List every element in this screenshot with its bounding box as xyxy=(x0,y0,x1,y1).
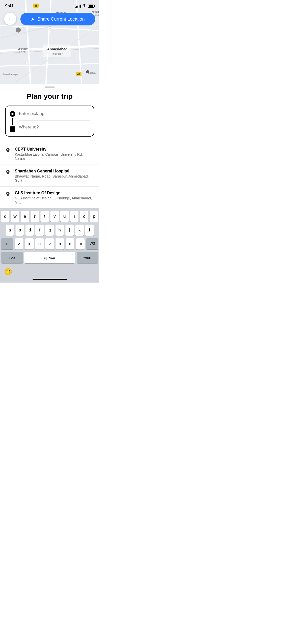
suggestion-text: Shardaben General Hospital Bhagwati Naga… xyxy=(15,169,94,182)
key-d[interactable]: d xyxy=(25,225,34,236)
key-e[interactable]: e xyxy=(21,211,29,222)
suggestion-list: CEPT University Kasturbhai Lalbhai Campu… xyxy=(0,143,99,208)
shift-key[interactable]: ⇧ xyxy=(1,238,13,250)
suggestion-addr: GLS Institute of Design, Ellisbridge, Ah… xyxy=(15,196,94,204)
status-time: 9:41 xyxy=(5,4,14,9)
key-i[interactable]: i xyxy=(70,211,79,222)
pin-icon xyxy=(5,191,11,197)
key-v[interactable]: v xyxy=(45,238,54,250)
bottom-bar: 🙂 xyxy=(0,267,99,283)
key-t[interactable]: t xyxy=(40,211,49,222)
suggestion-addr: Kasturbhai Lalbhai Campus, University Rd… xyxy=(15,152,94,160)
suggestion-name: GLS Institute Of Design xyxy=(15,191,94,195)
status-bar: 9:41 xyxy=(0,0,99,10)
pickup-input[interactable] xyxy=(19,110,90,120)
svg-text:Surendranagar: Surendranagar xyxy=(3,73,18,76)
key-p[interactable]: p xyxy=(90,211,98,222)
destination-square-icon xyxy=(10,126,15,132)
drag-handle xyxy=(45,86,55,88)
keyboard-row-2: a s d f g h j k l xyxy=(1,225,98,236)
key-y[interactable]: y xyxy=(50,211,59,222)
key-q[interactable]: q xyxy=(1,211,9,222)
key-o[interactable]: o xyxy=(80,211,88,222)
status-icons xyxy=(75,4,94,8)
key-m[interactable]: m xyxy=(76,238,85,250)
share-button-label: Share Current Location xyxy=(37,17,85,22)
suggestion-text: CEPT University Kasturbhai Lalbhai Campu… xyxy=(15,147,94,160)
plan-title: Plan your trip xyxy=(5,92,94,100)
map-area: 9:41 xyxy=(0,0,99,84)
pickup-dot-icon xyxy=(10,111,15,117)
suggestion-item[interactable]: Shardaben General Hospital Bhagwati Naga… xyxy=(0,165,99,187)
suggestion-addr: Bhagwati Nagar, Road, Saraspur, Ahmedaba… xyxy=(15,174,94,182)
suggestion-name: CEPT University xyxy=(15,147,94,152)
svg-point-29 xyxy=(86,70,89,73)
key-n[interactable]: n xyxy=(66,238,74,250)
suggestion-item[interactable]: GLS Institute Of Design GLS Institute of… xyxy=(0,187,99,208)
pin-icon xyxy=(5,169,11,175)
key-g[interactable]: g xyxy=(45,225,54,236)
svg-point-28 xyxy=(25,62,27,64)
keyboard-bottom-row: 🙂 xyxy=(0,267,99,279)
back-button[interactable]: ← xyxy=(4,13,16,25)
key-h[interactable]: h xyxy=(56,225,64,236)
svg-text:47: 47 xyxy=(77,73,80,76)
delete-key[interactable]: ⌫ xyxy=(86,238,98,250)
battery-icon xyxy=(88,5,94,8)
emoji-button[interactable]: 🙂 xyxy=(4,268,12,276)
key-s[interactable]: s xyxy=(16,225,24,236)
drag-handle-area[interactable] xyxy=(0,84,99,89)
key-w[interactable]: w xyxy=(11,211,19,222)
key-k[interactable]: k xyxy=(75,225,84,236)
return-key[interactable]: return xyxy=(77,252,98,263)
back-arrow-icon: ← xyxy=(8,16,13,22)
pin-icon xyxy=(5,148,11,153)
home-indicator xyxy=(33,279,67,280)
share-location-button[interactable]: ➤ Share Current Location xyxy=(20,13,95,25)
keyboard-row-1: q w e r t y u i o p xyxy=(1,211,98,222)
location-arrow-icon: ➤ xyxy=(31,16,35,22)
signal-icon xyxy=(75,5,81,8)
key-b[interactable]: b xyxy=(56,238,64,250)
route-input-box xyxy=(5,106,94,137)
key-c[interactable]: c xyxy=(35,238,44,250)
key-a[interactable]: a xyxy=(6,225,14,236)
numbers-key[interactable]: 123 xyxy=(1,252,23,263)
keyboard: q w e r t y u i o p a s d f g h j k l ⇧ … xyxy=(0,208,99,267)
location-dot xyxy=(16,27,21,33)
svg-text:Viramgam: Viramgam xyxy=(18,48,28,50)
svg-text:હિમતनगर: હિમતनगर xyxy=(94,14,99,16)
key-u[interactable]: u xyxy=(60,211,69,222)
svg-text:Himatnagar: Himatnagar xyxy=(91,10,99,13)
keyboard-row-4: 123 space return xyxy=(1,252,98,263)
key-r[interactable]: r xyxy=(31,211,39,222)
key-l[interactable]: l xyxy=(85,225,94,236)
destination-input[interactable] xyxy=(19,121,90,131)
route-icons xyxy=(10,110,15,132)
suggestion-text: GLS Institute Of Design GLS Institute of… xyxy=(15,191,94,204)
suggestion-name: Shardaben General Hospital xyxy=(15,169,94,173)
space-key[interactable]: space xyxy=(24,252,75,263)
svg-text:વિरમगाમ: વિरમगाમ xyxy=(19,51,26,53)
key-z[interactable]: z xyxy=(15,238,23,250)
route-line-icon xyxy=(12,118,13,125)
svg-text:Ahmedabad: Ahmedabad xyxy=(47,47,67,51)
suggestion-item[interactable]: CEPT University Kasturbhai Lalbhai Campu… xyxy=(0,143,99,165)
keyboard-row-3: ⇧ z x c v b n m ⌫ xyxy=(1,238,98,250)
route-inputs xyxy=(19,110,90,132)
key-f[interactable]: f xyxy=(35,225,44,236)
wifi-icon xyxy=(82,4,86,8)
svg-text:અમદાવાદ: અમદાવાદ xyxy=(52,52,63,55)
key-j[interactable]: j xyxy=(65,225,74,236)
key-x[interactable]: x xyxy=(25,238,34,250)
content-area: Plan your trip xyxy=(0,92,99,137)
svg-point-26 xyxy=(49,26,51,28)
